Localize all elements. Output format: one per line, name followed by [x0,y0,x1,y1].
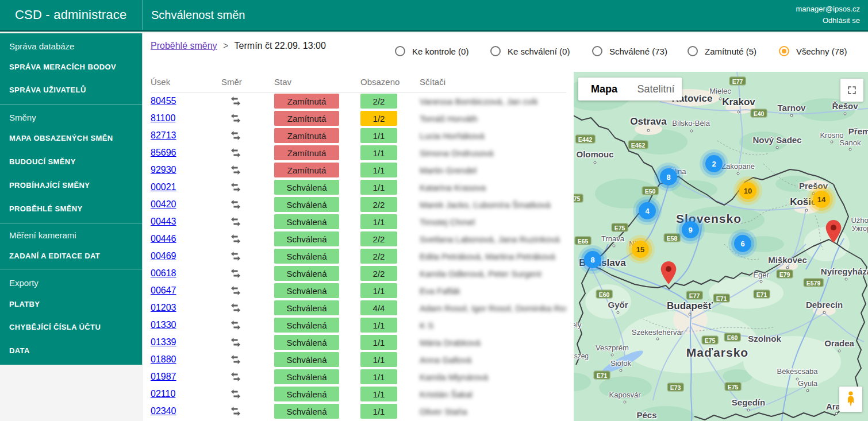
map-cluster-marker[interactable]: 8 [660,168,677,186]
scitaci-names: Svetlana Labonová, Jana Ruzinková [420,234,566,244]
map-cluster-marker[interactable]: 10 [739,182,756,199]
usek-link[interactable]: 80455 [151,96,176,106]
occupancy-badge: 1/1 [360,163,397,177]
logout-link[interactable]: Odhlásit se [823,16,860,25]
usek-link[interactable]: 00647 [151,285,176,295]
table-row: 00618Schválená2/2Kamila Odlerová, Peter … [151,265,566,282]
table-row: 00446Schválená2/2Svetlana Labonová, Jana… [151,230,566,248]
table-row: 00469Schválená2/2Edita Petráková, Martin… [151,248,566,265]
usek-link[interactable]: 01330 [151,320,176,330]
usek-link[interactable]: 01339 [151,337,176,347]
swap-arrows-icon [229,219,242,229]
smer-cell [221,372,274,382]
map-cluster-marker[interactable]: 15 [632,241,649,258]
map-pin-marker[interactable] [660,261,677,284]
scitaci-names: Katarina Krasova [420,183,566,192]
usek-link[interactable]: 92930 [151,165,176,175]
sidebar-item-zadani-a-editace-dat[interactable]: ZADANÍ A EDITACE DAT [9,250,100,262]
city-dot [620,369,623,372]
sidebar-item-probihajici-smeny[interactable]: PROBÍHAJÍCÍ SMĚNY [9,180,90,191]
city-dot [844,113,847,115]
swap-arrows-icon [229,391,242,401]
pegman-button[interactable] [839,387,862,412]
city-dot [594,161,597,164]
swap-arrows-icon [229,167,242,177]
status-badge: Schválená [274,266,339,281]
stav-cell: Schválená [274,369,360,384]
stav-cell: Zamítnutá [274,128,360,143]
sidebar-item-sprava-uzivatelu[interactable]: SPRÁVA UŽIVATELŮ [9,84,86,96]
map-cluster-marker[interactable]: 4 [639,202,656,219]
usek-link[interactable]: 01987 [151,372,176,381]
usek-cell: 81100 [151,113,221,123]
sidebar-item-platby[interactable]: PLATBY [9,299,40,310]
breadcrumb-link[interactable]: Proběhlé směny [151,41,217,51]
usek-link[interactable]: 85696 [151,148,176,157]
radio-selected-icon[interactable] [779,46,789,56]
scitaci-names: Edita Petráková, Martina Petráková [420,252,566,261]
filter-vsechny-78[interactable]: Všechny (78) [779,46,847,56]
status-badge: Schválená [274,180,339,195]
swap-arrows-icon [229,253,242,263]
obsazeno-cell: 1/2 [360,111,420,126]
city-dot [806,389,809,392]
table-row: 00443Schválená1/1Timotej Chmel [151,213,566,230]
usek-link[interactable]: 00446 [151,234,176,244]
sidebar-item-data[interactable]: DATA [9,345,30,357]
column-header-stav: Stav [274,77,360,87]
filter-zamitnute-5[interactable]: Zamítnuté (5) [688,46,756,56]
sidebar-item-mapa-obsazenych-smen[interactable]: MAPA OBSAZENÝCH SMĚN [9,133,113,144]
status-badge: Schválená [274,283,339,298]
map-panel[interactable]: Mapa Satelitní MielecKatoviceKrakovTarno… [574,72,868,421]
usek-cell: 00618 [151,268,221,279]
map-cluster-marker[interactable]: 6 [734,235,751,252]
radio-unselected-icon[interactable] [688,46,698,56]
radio-unselected-icon[interactable] [592,46,602,56]
map-type-map-button[interactable]: Mapa [578,78,630,101]
map-cluster-marker[interactable]: 8 [584,251,601,268]
filter-schvalene-73[interactable]: Schválené (73) [592,46,667,56]
obsazeno-cell: 1/1 [360,128,420,143]
usek-link[interactable]: 00469 [151,251,176,261]
swap-arrows-icon [229,374,242,384]
map-type-satellite-button[interactable]: Satelitní [630,78,682,101]
usek-link[interactable]: 00420 [151,199,176,209]
sidebar-item-chybejici-cisla-uctu[interactable]: CHYBĚJÍCÍ ČÍSLA ÚČTU [9,322,101,333]
occupancy-badge: 2/2 [360,249,397,264]
usek-link[interactable]: 00443 [151,217,176,226]
usek-link[interactable]: 00021 [151,182,176,192]
fullscreen-button[interactable] [840,79,863,102]
sidebar-item-probehle-smeny[interactable]: PROBĚHLÉ SMĚNY [9,203,83,215]
map-cluster-marker[interactable]: 9 [682,221,699,238]
city-dot [796,378,799,381]
map-cluster-marker[interactable]: 14 [813,191,830,208]
radio-unselected-icon[interactable] [490,46,501,56]
road-badge-e75: E75 [725,383,742,391]
obsazeno-cell: 2/2 [360,231,420,246]
fullscreen-icon [847,85,857,95]
stav-cell: Schválená [274,335,360,350]
sidebar-item-sprava-meracich-bodov[interactable]: SPRÁVA MERACÍCH BODOV [9,61,116,73]
usek-link[interactable]: 82713 [151,130,176,140]
usek-link[interactable]: 00618 [151,268,176,278]
usek-cell: 02110 [151,389,221,399]
obsazeno-cell: 2/2 [360,266,420,281]
map-cluster-marker[interactable]: 2 [705,155,723,172]
road-badge-e58: E58 [664,234,681,242]
usek-link[interactable]: 02340 [151,406,176,416]
usek-link[interactable]: 02110 [151,389,175,399]
usek-link[interactable]: 81100 [151,113,175,123]
map-pin-marker[interactable] [825,220,842,243]
usek-cell: 00647 [151,285,221,296]
scitaci-names: Timotej Chmel [420,217,566,227]
usek-cell: 01330 [151,320,221,330]
filter-ke-kontrole-0[interactable]: Ke kontrole (0) [395,46,468,56]
sidebar-item-budouci-smeny[interactable]: BUDOUCÍ SMĚNY [9,156,76,168]
table-header: ÚsekSměrStavObsazenoSčítači [151,77,566,92]
filter-ke-schvaleni-0[interactable]: Ke schválení (0) [490,46,570,56]
city-dot [719,98,722,101]
radio-unselected-icon[interactable] [395,46,405,56]
usek-link[interactable]: 01203 [151,303,176,312]
usek-link[interactable]: 01880 [151,354,176,364]
occupancy-badge: 2/2 [360,231,397,246]
